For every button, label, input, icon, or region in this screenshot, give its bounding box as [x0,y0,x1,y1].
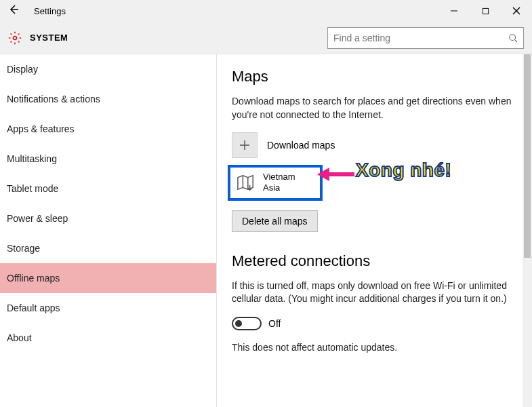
sidebar-item-offline-maps[interactable]: Offline maps [0,263,216,293]
svg-point-4 [14,36,17,39]
header: SYSTEM [0,22,532,54]
window-controls [438,0,532,22]
toggle-thumb [235,320,242,327]
search-box[interactable] [327,27,524,49]
svg-line-6 [515,39,518,42]
main-panel: Maps Download maps to search for places … [217,54,532,407]
map-name: Vietnam [263,172,295,182]
search-icon [508,33,518,43]
metered-note: This does not affect automatic updates. [232,341,517,355]
map-icon [236,174,256,191]
scrollbar[interactable] [523,54,532,407]
sidebar-item-notifications-actions[interactable]: Notifications & actions [0,84,216,114]
metered-description: If this is turned off, maps only downloa… [232,279,517,306]
maps-heading: Maps [232,68,517,85]
search-input[interactable] [333,33,508,43]
scrollbar-thumb[interactable] [524,54,531,258]
back-button[interactable] [0,4,27,18]
toggle-track[interactable] [232,317,262,330]
titlebar: Settings [0,0,532,22]
metered-toggle[interactable]: Off [232,317,517,330]
annotation-arrow-icon [317,164,354,185]
sidebar-item-storage[interactable]: Storage [0,233,216,263]
sidebar-item-about[interactable]: About [0,323,216,353]
window-title: Settings [34,6,66,16]
sidebar-item-power-sleep[interactable]: Power & sleep [0,204,216,233]
map-region: Asia [263,182,295,193]
add-map-button[interactable] [232,132,258,158]
download-maps-label: Download maps [267,140,335,151]
sidebar-item-multitasking[interactable]: Multitasking [0,144,216,174]
metered-heading: Metered connections [232,252,517,270]
annotation-text: Xong nhé! [356,159,451,181]
section-title: SYSTEM [30,33,68,43]
maps-description: Download maps to search for places and g… [232,95,517,121]
content: DisplayNotifications & actionsApps & fea… [0,54,532,407]
download-maps-row[interactable]: Download maps [232,132,517,158]
svg-rect-1 [483,8,488,14]
sidebar-item-apps-features[interactable]: Apps & features [0,114,216,144]
sidebar-item-default-apps[interactable]: Default apps [0,293,216,323]
close-button[interactable] [501,0,532,22]
map-text: Vietnam Asia [263,172,295,194]
sidebar-item-display[interactable]: Display [0,54,216,84]
maximize-button[interactable] [470,0,501,22]
toggle-state-label: Off [268,318,281,329]
svg-marker-12 [317,168,329,181]
svg-point-5 [510,34,516,40]
minimize-button[interactable] [438,0,470,22]
sidebar-item-tablet-mode[interactable]: Tablet mode [0,174,216,204]
delete-all-maps-button[interactable]: Delete all maps [232,210,318,232]
sidebar: DisplayNotifications & actionsApps & fea… [0,54,217,407]
downloaded-map-item[interactable]: Vietnam Asia [228,165,323,201]
gear-icon [8,31,22,45]
